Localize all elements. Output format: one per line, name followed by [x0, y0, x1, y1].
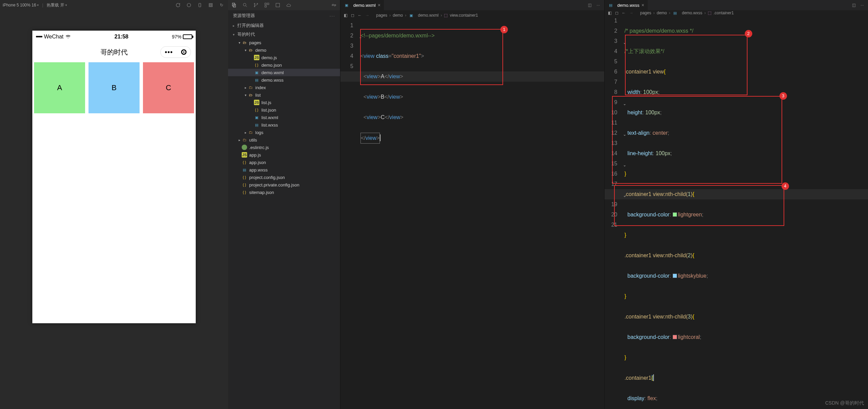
- tab-demo-wxss[interactable]: ▤ demo.wxss ×: [605, 0, 648, 10]
- watermark: CSDN @哥的时代: [825, 400, 864, 406]
- cloud-icon[interactable]: [286, 2, 291, 8]
- more-actions-icon[interactable]: ···: [861, 3, 864, 7]
- tree-node[interactable]: ▤demo.wxss: [228, 76, 340, 84]
- svg-rect-1: [199, 3, 201, 7]
- device-selector[interactable]: iPhone 5 100% 16: [3, 3, 39, 7]
- crumb[interactable]: pages: [640, 11, 652, 15]
- code-area-wxss[interactable]: 123456789101112131415161718192021 ⌄ ⌄ ⌄ …: [605, 16, 868, 409]
- menu-icon[interactable]: •••: [165, 49, 173, 55]
- tree-node[interactable]: JSdemo.js: [228, 54, 340, 61]
- tree-node[interactable]: ▸🗀utils: [228, 136, 340, 144]
- crumb[interactable]: demo.wxss: [682, 11, 702, 15]
- tree-node[interactable]: demo.json: [228, 61, 340, 69]
- tab-demo-wxml[interactable]: ▣ demo.wxml ×: [340, 0, 384, 10]
- close-tab-icon[interactable]: ×: [378, 2, 381, 8]
- wxml-file-icon: ▣: [408, 13, 414, 18]
- compare-icon[interactable]: ◧: [608, 11, 612, 15]
- page-container: A B C: [32, 62, 196, 113]
- tree-node[interactable]: project.private.config.json: [228, 181, 340, 189]
- simulator-toolbar: iPhone 5 100% 16 | 热重载 开 ↻: [0, 0, 228, 10]
- svg-point-9: [257, 3, 258, 4]
- tree-node[interactable]: ▾🗁pages: [228, 39, 340, 46]
- tree-node[interactable]: app.json: [228, 159, 340, 166]
- svg-rect-11: [267, 3, 269, 5]
- close-tab-icon[interactable]: ×: [642, 2, 644, 8]
- tree-node[interactable]: .eslintrc.js: [228, 144, 340, 151]
- bookmark-icon[interactable]: ◻: [615, 11, 618, 15]
- rotate-icon[interactable]: ↻: [218, 1, 225, 9]
- settings-icon[interactable]: [331, 2, 337, 8]
- line-gutter: 123456789101112131415161718192021: [605, 16, 622, 409]
- svg-rect-13: [276, 3, 280, 7]
- hot-reload-toggle[interactable]: 热重载 开: [47, 2, 67, 8]
- search-pane-icon[interactable]: [242, 2, 248, 8]
- battery-indicator: 97%: [172, 34, 192, 39]
- editor-breadcrumb: ◧ ◻ ← → pages› demo› ▣demo.wxml› ⬚ view.…: [340, 10, 604, 20]
- crumb[interactable]: demo: [393, 13, 403, 18]
- phone-status-bar: ••••• WeChat 21:58 97%: [32, 31, 196, 43]
- tree-node[interactable]: ▣list.wxml: [228, 114, 340, 121]
- code-area-wxml[interactable]: 123456 ⌄ <!--pages/demo/demo.wxml--> <vi…: [340, 20, 604, 409]
- color-swatch: [673, 274, 677, 278]
- svg-point-8: [254, 6, 255, 7]
- device-icon[interactable]: [196, 1, 204, 9]
- more-actions-icon[interactable]: ···: [596, 3, 600, 7]
- nav-back-icon[interactable]: ←: [358, 13, 362, 18]
- more-icon[interactable]: ···: [329, 13, 335, 18]
- file-tree[interactable]: ▾🗁pages▾🗁demoJSdemo.jsdemo.json▣demo.wxm…: [228, 39, 340, 409]
- wxml-file-icon: ▣: [344, 2, 349, 8]
- annotation-badge: 1: [500, 26, 508, 33]
- tree-node[interactable]: ▤app.wxss: [228, 166, 340, 174]
- wxss-file-icon: ▤: [672, 10, 678, 16]
- tree-node[interactable]: JSlist.js: [228, 99, 340, 106]
- box-b: B: [89, 62, 140, 113]
- close-program-icon[interactable]: [181, 49, 187, 55]
- crumb[interactable]: demo.wxml: [418, 13, 439, 18]
- crumb[interactable]: view.container1: [450, 13, 478, 18]
- project-section[interactable]: 哥的时代: [228, 30, 340, 39]
- bookmark-icon[interactable]: ◻: [351, 13, 354, 18]
- tree-node[interactable]: ▾🗁demo: [228, 46, 340, 54]
- tree-node[interactable]: JSapp.js: [228, 151, 340, 159]
- editor-breadcrumb: ◧ ◻ ← → pages› demo› ▤demo.wxss› ⬚ .cont…: [605, 10, 868, 16]
- color-swatch: [673, 212, 677, 217]
- open-editors-section[interactable]: 打开的编辑器: [228, 21, 340, 30]
- crumb[interactable]: demo: [657, 11, 667, 15]
- cut-icon[interactable]: [207, 1, 214, 9]
- carrier-label: WeChat: [44, 34, 64, 40]
- annotation-badge: 3: [779, 92, 787, 100]
- crumb[interactable]: .container1: [713, 11, 734, 15]
- files-icon[interactable]: [231, 2, 237, 8]
- tree-node[interactable]: ▸🗀index: [228, 84, 340, 91]
- tree-node[interactable]: ▣demo.wxml: [228, 69, 340, 76]
- box-c: C: [143, 62, 194, 113]
- nav-fwd-icon[interactable]: →: [365, 13, 369, 18]
- svg-rect-10: [265, 3, 267, 5]
- capsule-menu[interactable]: •••: [160, 46, 191, 58]
- branch-icon[interactable]: [253, 2, 259, 8]
- tab-bar: ▤ demo.wxss × ◫ ···: [605, 0, 868, 10]
- tree-node[interactable]: sitemap.json: [228, 189, 340, 196]
- compare-icon[interactable]: ◧: [344, 13, 348, 18]
- box-icon[interactable]: [275, 2, 280, 8]
- tree-node[interactable]: ▾🗁list: [228, 91, 340, 99]
- tree-node[interactable]: list.json: [228, 106, 340, 114]
- crumb[interactable]: pages: [376, 13, 387, 18]
- explorer-icon-row: [228, 0, 340, 10]
- split-editor-icon[interactable]: ◫: [852, 3, 856, 7]
- svg-rect-14: [332, 5, 336, 6]
- color-swatch: [673, 335, 677, 339]
- tree-node[interactable]: ▸🗀logs: [228, 129, 340, 136]
- svg-rect-3: [210, 4, 212, 6]
- split-editor-icon[interactable]: ◫: [588, 3, 592, 7]
- refresh-icon[interactable]: [174, 1, 182, 9]
- nav-title: 哥的时代: [100, 48, 128, 57]
- box-a: A: [34, 62, 85, 113]
- tree-node[interactable]: project.config.json: [228, 174, 340, 181]
- tree-node[interactable]: ▤list.wxss: [228, 121, 340, 129]
- nav-fwd-icon[interactable]: →: [629, 11, 633, 15]
- home-icon[interactable]: [185, 1, 193, 9]
- extensions-icon[interactable]: [264, 2, 270, 8]
- nav-back-icon[interactable]: ←: [622, 11, 626, 15]
- svg-rect-5: [233, 4, 236, 7]
